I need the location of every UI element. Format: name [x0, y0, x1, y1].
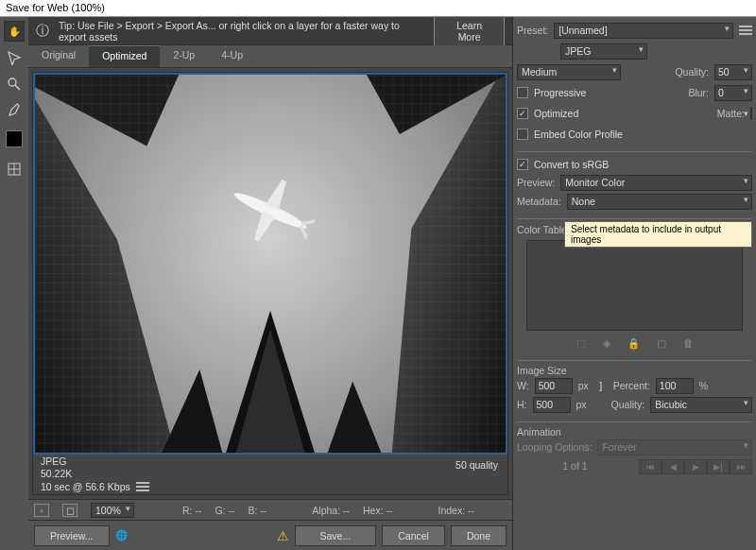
- quality-level-select[interactable]: Medium: [517, 64, 621, 80]
- preview-select[interactable]: Monitor Color: [560, 175, 752, 191]
- percent-label: Percent:: [613, 380, 650, 391]
- optimized-checkbox[interactable]: Optimized: [517, 105, 578, 122]
- footer-quality: 50 quality: [455, 459, 498, 472]
- image-size-title: Image Size: [517, 365, 752, 376]
- svg-point-0: [9, 78, 16, 86]
- save-button[interactable]: Save...: [295, 525, 377, 546]
- status-box2-icon[interactable]: ◻: [62, 504, 77, 517]
- preview-label: Preview:: [517, 177, 555, 188]
- status-hex: Hex: --: [363, 505, 393, 516]
- metadata-label: Metadata:: [517, 196, 561, 207]
- matte-swatch[interactable]: [750, 107, 752, 120]
- toggle-slices-icon[interactable]: [4, 159, 25, 180]
- footer-size: 50.22K: [41, 468, 500, 480]
- height-field[interactable]: [533, 397, 571, 413]
- metadata-tooltip: Select metadata to include in output ima…: [564, 221, 752, 248]
- ct-shift-icon[interactable]: ◈: [603, 337, 610, 350]
- tab-4up[interactable]: 4-Up: [208, 45, 256, 67]
- play-icon: ▶: [684, 459, 707, 474]
- last-frame-icon: ⏭: [730, 459, 752, 474]
- status-g: G: --: [215, 505, 234, 516]
- blur-field[interactable]: [714, 85, 752, 101]
- preset-label: Preset:: [517, 25, 548, 36]
- width-field[interactable]: [535, 378, 573, 394]
- ct-map-icon[interactable]: ⬚: [576, 337, 586, 350]
- warning-icon[interactable]: ⚠: [277, 528, 289, 543]
- color-table: [526, 240, 743, 331]
- convert-srgb-checkbox[interactable]: Convert to sRGB: [517, 156, 752, 173]
- preview-pane: JPEG 50.22K 10 sec @ 56.6 Kbps 50 qualit…: [32, 72, 508, 495]
- cancel-button[interactable]: Cancel: [382, 525, 445, 546]
- format-select[interactable]: JPEG: [560, 43, 647, 60]
- footer-format: JPEG: [41, 455, 500, 468]
- width-label: W:: [517, 380, 529, 391]
- metadata-select[interactable]: None: [567, 194, 752, 210]
- settings-panel: Preset: [Unnamed] JPEG Medium Quality: P…: [512, 17, 756, 550]
- ct-new-icon[interactable]: ▢: [657, 337, 666, 350]
- blur-label: Blur:: [688, 87, 709, 98]
- progressive-checkbox[interactable]: Progressive: [517, 84, 586, 101]
- ct-lock-icon[interactable]: 🔒: [627, 337, 640, 350]
- slice-select-tool-icon[interactable]: [4, 47, 25, 68]
- matte-label: Matte:: [717, 108, 745, 119]
- tab-original[interactable]: Original: [28, 45, 89, 67]
- preview-canvas[interactable]: [33, 73, 507, 455]
- animation-title: Animation: [517, 426, 752, 438]
- playback-controls: ⏮ ◀ ▶ ▶| ⏭: [639, 459, 752, 474]
- tip-text: Tip: Use File > Export > Export As... or…: [59, 20, 424, 43]
- tab-2up[interactable]: 2-Up: [160, 45, 208, 67]
- status-index: Index: --: [438, 505, 474, 516]
- frame-count: 1 of 1: [517, 460, 633, 472]
- footer-flyout-icon[interactable]: [136, 480, 149, 493]
- percent-field[interactable]: [656, 378, 694, 394]
- zoom-field[interactable]: [91, 503, 134, 518]
- resample-label: Quality:: [611, 399, 645, 410]
- preset-menu-icon[interactable]: [739, 24, 752, 37]
- next-frame-icon: ▶|: [707, 459, 730, 474]
- first-frame-icon: ⏮: [639, 459, 662, 474]
- preview-button[interactable]: Preview...: [34, 525, 110, 546]
- learn-more-button[interactable]: Learn More: [434, 16, 505, 46]
- tool-strip: ✋: [0, 17, 28, 550]
- eyedropper-color-swatch[interactable]: [6, 130, 23, 147]
- button-bar: Preview... 🌐 ⚠ Save... Cancel Done: [28, 520, 512, 550]
- preview-tabs: Original Optimized 2-Up 4-Up: [28, 45, 512, 68]
- resample-select[interactable]: Bicubic: [650, 397, 752, 413]
- svg-line-1: [15, 85, 20, 90]
- color-table-title: Color Table: [517, 224, 567, 235]
- quality-field[interactable]: [714, 64, 752, 80]
- constrain-icon[interactable]: ]: [594, 380, 608, 391]
- preview-footer: JPEG 50.22K 10 sec @ 56.6 Kbps 50 qualit…: [33, 455, 507, 494]
- quality-label: Quality:: [675, 66, 709, 77]
- done-button[interactable]: Done: [451, 525, 507, 546]
- browser-icon[interactable]: 🌐: [115, 529, 129, 542]
- ct-trash-icon[interactable]: 🗑: [683, 337, 694, 350]
- window-title: Save for Web (100%): [0, 0, 756, 17]
- prev-frame-icon: ◀: [662, 459, 684, 474]
- tip-bar: ⓘ Tip: Use File > Export > Export As... …: [28, 17, 512, 45]
- embed-profile-checkbox[interactable]: Embed Color Profile: [517, 126, 623, 143]
- status-bar: ▫ ◻ R: -- G: -- B: -- Alpha: -- Hex: -- …: [28, 499, 512, 520]
- hand-tool-icon[interactable]: ✋: [4, 21, 25, 42]
- loop-select: Forever: [597, 439, 752, 455]
- zoom-tool-icon[interactable]: [4, 74, 25, 95]
- loop-label: Looping Options:: [517, 441, 592, 453]
- status-box1-icon[interactable]: ▫: [34, 504, 49, 517]
- tab-optimized[interactable]: Optimized: [89, 45, 160, 67]
- status-b: B: --: [248, 505, 266, 516]
- info-icon: ⓘ: [36, 23, 49, 40]
- height-label: H:: [517, 399, 527, 410]
- status-r: R: --: [182, 505, 201, 516]
- status-alpha: Alpha: --: [312, 505, 350, 516]
- eyedropper-tool-icon[interactable]: [4, 100, 25, 121]
- preset-select[interactable]: [Unnamed]: [554, 23, 733, 39]
- footer-time: 10 sec @ 56.6 Kbps: [41, 481, 130, 493]
